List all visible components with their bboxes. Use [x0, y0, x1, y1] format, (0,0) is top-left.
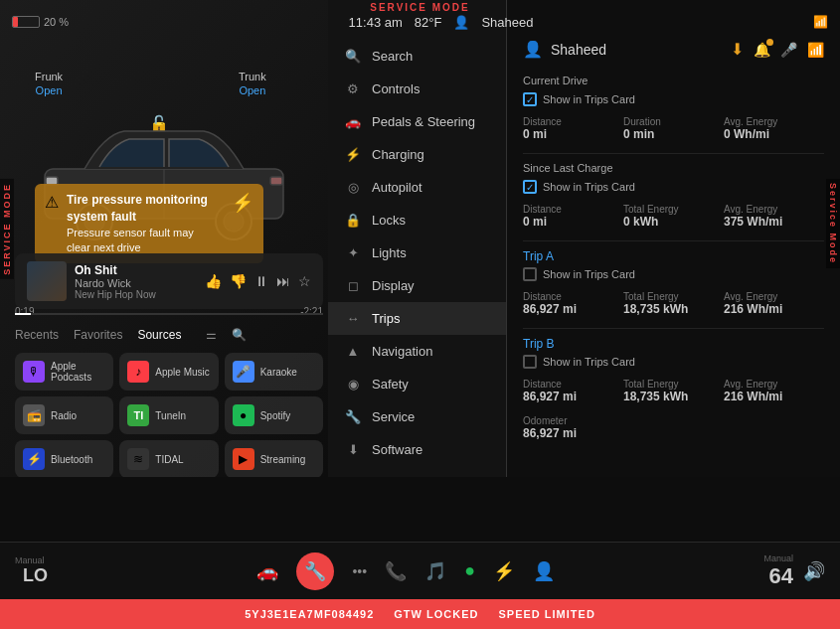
menu-controls[interactable]: ⚙ Controls [328, 73, 506, 105]
source-apple-music[interactable]: ♪ Apple Music [119, 353, 218, 391]
menu-pedals-label: Pedals & Steering [372, 114, 475, 129]
bluetooth-taskbar-icon[interactable]: ⚡ [493, 560, 515, 582]
thumbs-down-btn[interactable]: 👎 [230, 273, 247, 289]
alert-box: ⚠ Tire pressure monitoring system fault … [35, 184, 263, 263]
thumbs-up-btn[interactable]: 👍 [205, 273, 222, 289]
bluetooth-icon: ⚡ [23, 448, 45, 470]
menu-charging[interactable]: ⚡ Charging [328, 138, 506, 171]
info-panel: 👤 Shaheed ⬇ 🔔 🎤 📶 Current Drive ✓ Show i… [507, 0, 840, 477]
source-streaming[interactable]: ▶ Streaming [225, 440, 323, 477]
menu-pedals[interactable]: 🚗 Pedals & Steering [328, 105, 506, 138]
mic-icon[interactable]: 🎤 [780, 42, 797, 58]
current-drive-distance: Distance 0 mi [523, 116, 623, 141]
equalizer-icon[interactable]: ⚌ [206, 328, 217, 342]
menu-controls-label: Controls [372, 81, 420, 96]
speed-limited-status: SPEED LIMITED [498, 608, 594, 620]
search-icon: 🔍 [344, 49, 362, 64]
spotify-icon: ● [233, 404, 254, 426]
tab-sources[interactable]: Sources [137, 328, 181, 342]
speed-section: Manual 64 [763, 553, 793, 589]
alert-title: Tire pressure monitoring system fault [67, 192, 220, 226]
music-icon[interactable]: 🎵 [424, 560, 446, 582]
source-karaoke[interactable]: 🎤 Karaoke [225, 353, 323, 391]
alert-text: Tire pressure monitoring system fault Pr… [67, 192, 220, 255]
radio-label: Radio [51, 410, 77, 421]
progress-area: 0:19 -2:21 [15, 306, 323, 317]
volume-icon[interactable]: 🔊 [803, 560, 825, 582]
trip-b-stats: Distance 86,927 mi Total Energy 18,735 k… [523, 379, 824, 403]
menu-navigation[interactable]: ▲ Navigation [328, 335, 506, 368]
radio-icon: 📻 [23, 404, 45, 426]
apple-music-label: Apple Music [155, 367, 209, 378]
more-icon[interactable]: ••• [352, 563, 367, 579]
spotify-label: Spotify [260, 410, 291, 421]
car-icon[interactable]: 🚗 [256, 560, 278, 582]
gtw-status: GTW LOCKED [394, 608, 478, 620]
menu-software-label: Software [372, 442, 422, 457]
star-btn[interactable]: ☆ [298, 273, 311, 289]
person-icon[interactable]: 👤 [533, 560, 555, 582]
menu-software[interactable]: ⬇ Software [328, 433, 506, 466]
progress-current: 0:19 [15, 306, 34, 317]
current-drive-duration: Duration 0 min [623, 116, 724, 141]
menu-autopilot[interactable]: ◎ Autopilot [328, 171, 506, 204]
pause-btn[interactable]: ⏸ [254, 273, 268, 289]
trip-b-checkbox-row: Show in Trips Card [523, 355, 824, 369]
since-last-charge-stats: Distance 0 mi Total Energy 0 kWh Avg. En… [523, 204, 824, 229]
odometer-row: Odometer 86,927 mi [523, 415, 824, 440]
progress-bar-bg[interactable] [15, 313, 323, 315]
current-drive-checkbox[interactable]: ✓ [523, 92, 537, 106]
service-icon: 🔧 [344, 409, 362, 424]
source-spotify[interactable]: ● Spotify [225, 396, 323, 434]
lights-icon: ✦ [344, 245, 362, 260]
download-icon: ⬇ [731, 40, 744, 59]
manual-label-right: Manual [763, 553, 793, 563]
menu-search[interactable]: 🔍 Search [328, 40, 506, 73]
progress-bar-fill [15, 313, 31, 315]
source-apple-podcasts[interactable]: 🎙 Apple Podcasts [15, 353, 113, 391]
tidal-label: TIDAL [155, 454, 183, 465]
bluetooth-label: Bluetooth [51, 454, 92, 465]
menu-search-label: Search [372, 49, 413, 64]
tab-favorites[interactable]: Favorites [74, 328, 122, 342]
trip-b-checkbox[interactable] [523, 355, 537, 369]
status-center: 11:43 am 82°F 👤 Shaheed [349, 15, 534, 30]
current-drive-checkbox-label: Show in Trips Card [543, 93, 635, 105]
menu-safety-label: Safety [372, 377, 409, 392]
info-user-row: 👤 Shaheed ⬇ 🔔 🎤 📶 [523, 40, 824, 59]
menu-lights[interactable]: ✦ Lights [328, 236, 506, 269]
karaoke-label: Karaoke [260, 367, 297, 378]
menu-safety[interactable]: ◉ Safety [328, 368, 506, 400]
source-bluetooth[interactable]: ⚡ Bluetooth [15, 440, 113, 477]
trip-a-checkbox-row: Show in Trips Card [523, 267, 824, 281]
tab-recents[interactable]: Recents [15, 328, 59, 342]
battery-bar [12, 16, 40, 28]
menu-locks[interactable]: 🔒 Locks [328, 204, 506, 236]
spotify-taskbar-icon[interactable]: ● [464, 560, 475, 581]
phone-icon[interactable]: 📞 [385, 560, 407, 582]
user-icon-status: 👤 [453, 15, 469, 30]
source-tidal[interactable]: ≋ TIDAL [119, 440, 218, 477]
apple-podcasts-icon: 🎙 [23, 361, 45, 383]
source-radio[interactable]: 📻 Radio [15, 396, 113, 434]
since-last-charge-checkbox[interactable]: ✓ [523, 180, 537, 194]
karaoke-icon: 🎤 [233, 361, 254, 383]
trip-a-checkbox[interactable] [523, 267, 537, 281]
service-mode-banner-top: SERVICE MODE [360, 0, 480, 15]
source-tunein[interactable]: TI TuneIn [119, 396, 218, 434]
bell-icon[interactable]: 🔔 [754, 42, 770, 58]
status-right: 📶 [813, 15, 828, 29]
menu-trips[interactable]: ↔ Trips [328, 302, 506, 335]
since-last-charge-avg-energy: Avg. Energy 375 Wh/mi [724, 204, 824, 229]
tidal-icon: ≋ [127, 448, 149, 470]
tunein-label: TuneIn [155, 410, 186, 421]
menu-service[interactable]: 🔧 Service [328, 400, 506, 433]
skip-btn[interactable]: ⏭ [276, 273, 290, 289]
software-icon: ⬇ [344, 442, 362, 457]
wrench-button[interactable]: 🔧 [296, 552, 334, 590]
search-sources-icon[interactable]: 🔍 [232, 328, 247, 342]
menu-display[interactable]: ◻ Display [328, 269, 506, 302]
info-icons: ⬇ 🔔 🎤 📶 [731, 40, 824, 59]
left-panel: Frunk Open Trunk Open 🔓 [0, 0, 328, 477]
trip-a-avg-energy: Avg. Energy 216 Wh/mi [724, 291, 824, 316]
